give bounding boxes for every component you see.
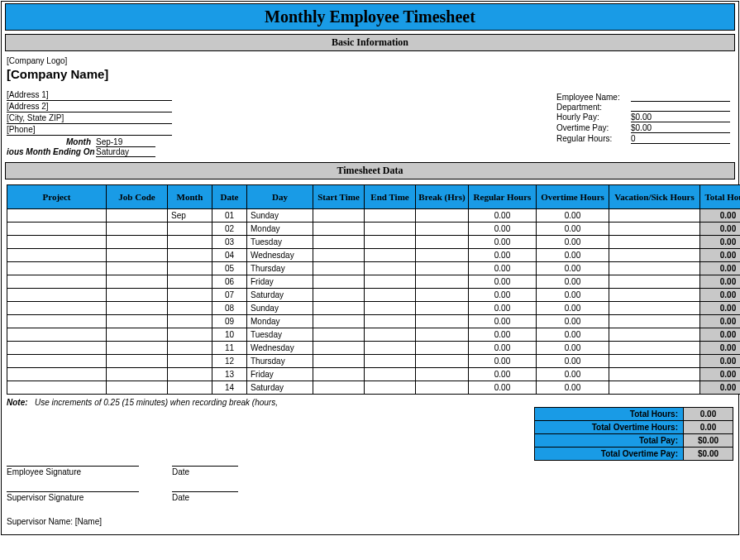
cell-end[interactable] [365, 289, 416, 302]
cell-project[interactable] [7, 223, 107, 236]
cell-job[interactable] [107, 315, 168, 328]
cell-end[interactable] [365, 236, 416, 249]
cell-project[interactable] [7, 315, 107, 328]
cell-break[interactable] [416, 249, 469, 262]
cell-job[interactable] [107, 275, 168, 289]
cell-start[interactable] [313, 289, 365, 302]
cell-end[interactable] [365, 302, 416, 315]
cell-project[interactable] [7, 275, 107, 289]
cell-end[interactable] [365, 328, 416, 342]
cell-vac[interactable] [609, 328, 700, 342]
cell-vac[interactable] [609, 236, 700, 249]
cell-project[interactable] [7, 249, 107, 262]
cell-project[interactable] [7, 342, 107, 355]
cell-end[interactable] [365, 209, 416, 223]
cell-project[interactable] [7, 209, 107, 223]
cell-vac[interactable] [609, 368, 700, 381]
cell-break[interactable] [416, 342, 469, 355]
overtime-pay-value[interactable]: $0.00 [631, 123, 730, 133]
cell-vac[interactable] [609, 223, 700, 236]
cell-break[interactable] [416, 315, 469, 328]
cell-project[interactable] [7, 262, 107, 275]
cell-job[interactable] [107, 236, 168, 249]
cell-break[interactable] [416, 302, 469, 315]
cell-vac[interactable] [609, 275, 700, 289]
cell-job[interactable] [107, 381, 168, 395]
employee-signature-date[interactable]: Date [172, 466, 238, 476]
cell-end[interactable] [365, 262, 416, 275]
cell-start[interactable] [313, 275, 365, 289]
cell-vac[interactable] [609, 355, 700, 368]
cell-vac[interactable] [609, 302, 700, 315]
cell-start[interactable] [313, 355, 365, 368]
cell-vac[interactable] [609, 342, 700, 355]
cell-vac[interactable] [609, 249, 700, 262]
cell-project[interactable] [7, 289, 107, 302]
cell-end[interactable] [365, 381, 416, 395]
city-state-zip[interactable]: [City, State ZIP] [7, 112, 172, 124]
cell-break[interactable] [416, 368, 469, 381]
cell-project[interactable] [7, 368, 107, 381]
cell-job[interactable] [107, 262, 168, 275]
cell-start[interactable] [313, 302, 365, 315]
cell-job[interactable] [107, 355, 168, 368]
cell-job[interactable] [107, 368, 168, 381]
cell-start[interactable] [313, 236, 365, 249]
cell-start[interactable] [313, 249, 365, 262]
month-value[interactable]: Sep-19 [96, 137, 155, 147]
cell-break[interactable] [416, 236, 469, 249]
regular-hours-value[interactable]: 0 [631, 134, 730, 144]
cell-vac[interactable] [609, 381, 700, 395]
cell-vac[interactable] [609, 209, 700, 223]
cell-break[interactable] [416, 355, 469, 368]
hourly-pay-value[interactable]: $0.00 [631, 112, 730, 122]
employee-signature-line[interactable]: Employee Signature [7, 466, 139, 476]
cell-end[interactable] [365, 275, 416, 289]
cell-vac[interactable] [609, 315, 700, 328]
cell-start[interactable] [313, 223, 365, 236]
cell-end[interactable] [365, 355, 416, 368]
cell-project[interactable] [7, 302, 107, 315]
cell-start[interactable] [313, 315, 365, 328]
cell-project[interactable] [7, 355, 107, 368]
cell-job[interactable] [107, 223, 168, 236]
cell-break[interactable] [416, 223, 469, 236]
cell-ot: 0.00 [537, 236, 609, 249]
address-2[interactable]: [Address 2] [7, 101, 172, 112]
phone[interactable]: [Phone] [7, 124, 172, 136]
cell-end[interactable] [365, 249, 416, 262]
cell-break[interactable] [416, 381, 469, 395]
cell-vac[interactable] [609, 289, 700, 302]
cell-project[interactable] [7, 236, 107, 249]
cell-job[interactable] [107, 249, 168, 262]
cell-start[interactable] [313, 262, 365, 275]
supervisor-signature-date[interactable]: Date [172, 491, 238, 502]
cell-job[interactable] [107, 302, 168, 315]
cell-job[interactable] [107, 328, 168, 342]
cell-start[interactable] [313, 342, 365, 355]
cell-start[interactable] [313, 381, 365, 395]
cell-start[interactable] [313, 209, 365, 223]
cell-break[interactable] [416, 209, 469, 223]
cell-break[interactable] [416, 262, 469, 275]
cell-end[interactable] [365, 223, 416, 236]
cell-end[interactable] [365, 368, 416, 381]
cell-start[interactable] [313, 328, 365, 342]
cell-end[interactable] [365, 342, 416, 355]
cell-break[interactable] [416, 289, 469, 302]
employee-name-value[interactable] [631, 93, 730, 102]
cell-start[interactable] [313, 368, 365, 381]
department-value[interactable] [631, 103, 730, 112]
supervisor-signature-line[interactable]: Supervisor Signature [7, 491, 139, 502]
cell-break[interactable] [416, 275, 469, 289]
cell-job[interactable] [107, 289, 168, 302]
cell-end[interactable] [365, 315, 416, 328]
cell-project[interactable] [7, 381, 107, 395]
cell-break[interactable] [416, 328, 469, 342]
cell-job[interactable] [107, 342, 168, 355]
cell-project[interactable] [7, 328, 107, 342]
address-1[interactable]: [Address 1] [7, 89, 172, 101]
cell-vac[interactable] [609, 262, 700, 275]
ending-value[interactable]: Saturday [96, 147, 155, 157]
cell-job[interactable] [107, 209, 168, 223]
